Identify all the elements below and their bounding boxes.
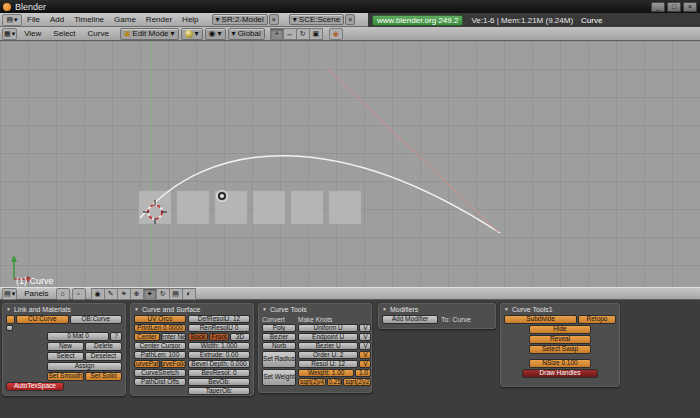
buttons-window-type-button[interactable]: ▤ ▾ xyxy=(2,288,17,300)
center-button[interactable]: Center xyxy=(134,333,160,341)
draw-type-dropdown[interactable]: ▾ xyxy=(181,28,203,40)
autotexspace-button[interactable]: AutoTexSpace xyxy=(6,382,64,391)
endpoint-u-button[interactable]: Endpoint U xyxy=(298,333,358,341)
collapse-triangle-icon[interactable]: ▼ xyxy=(262,306,267,312)
panel-header[interactable]: ▼ Curve Tools xyxy=(259,304,371,314)
convert-poly-button[interactable]: Poly xyxy=(262,324,296,332)
material-assign-button[interactable]: Assign xyxy=(47,362,122,371)
menu-help[interactable]: Help xyxy=(177,15,203,24)
center-new-button[interactable]: Center New xyxy=(161,333,187,341)
width-field[interactable]: Width: 1.000 xyxy=(188,342,250,350)
material-index-field[interactable]: 0 Mat 0 xyxy=(47,332,109,341)
bevresol-field[interactable]: BevResol: 0 xyxy=(188,369,250,377)
mode-dropdown[interactable]: ▣ Edit Mode ▾ xyxy=(120,28,179,40)
reveal-button[interactable]: Reveal xyxy=(529,335,591,344)
uniform-u-button[interactable]: Uniform U xyxy=(298,324,358,332)
panel-header[interactable]: ▼ Link and Materials xyxy=(3,304,125,314)
material-deselect-button[interactable]: Deselect xyxy=(85,352,122,361)
weight-025-button[interactable]: 0.25 xyxy=(327,378,342,386)
home-view-icon[interactable]: ⌂ xyxy=(56,288,70,300)
proportional-edit-icon[interactable]: ◉ xyxy=(329,28,343,40)
retopo-toggle[interactable]: Retopo xyxy=(578,315,616,324)
material-new-button[interactable]: New xyxy=(47,342,84,351)
material-select-button[interactable]: Select xyxy=(47,352,84,361)
menu-render[interactable]: Render xyxy=(141,15,177,24)
hide-button[interactable]: Hide xyxy=(529,325,591,334)
endpoint-v-button[interactable]: V xyxy=(359,333,371,341)
shading-context-icon[interactable]: ☀ xyxy=(117,288,131,300)
collapse-triangle-icon[interactable]: ▼ xyxy=(134,306,139,312)
convert-bezier-button[interactable]: Bezier xyxy=(262,333,296,341)
weight-field[interactable]: Weight: 1.00 xyxy=(298,369,354,377)
order-u-field[interactable]: Order U: 2 xyxy=(298,351,358,359)
logic-context-icon[interactable]: ◉ xyxy=(91,288,105,300)
orientation-dropdown[interactable]: ▾ Global xyxy=(228,28,265,40)
bezier-v-button[interactable]: V xyxy=(359,342,371,350)
weight-sqrt2-4-button[interactable]: sqrt(2)/4 xyxy=(298,378,326,386)
panel-header[interactable]: ▼ Modifiers xyxy=(379,304,495,314)
weight-1-button[interactable]: 1.0 xyxy=(355,369,371,377)
menu-game[interactable]: Game xyxy=(109,15,141,24)
uniform-v-button[interactable]: V xyxy=(359,324,371,332)
menu-timeline[interactable]: Timeline xyxy=(69,15,109,24)
menu-add[interactable]: Add xyxy=(45,15,69,24)
panel-header[interactable]: ▼ Curve Tools1 xyxy=(501,304,619,314)
defresolu-field[interactable]: DefResolU: 12 xyxy=(188,315,250,323)
front-toggle[interactable]: Front xyxy=(209,333,229,341)
menu-file[interactable]: File xyxy=(22,15,45,24)
menu-curve[interactable]: Curve xyxy=(83,29,114,38)
viewport-type-menu-button[interactable]: ▦ ▾ xyxy=(2,28,17,40)
pivot-dropdown[interactable]: ◉ ▾ xyxy=(205,28,226,40)
menu-select[interactable]: Select xyxy=(48,29,80,38)
hand-tool-icon[interactable]: + xyxy=(270,28,284,40)
object-datablock-field[interactable]: OB:Curve xyxy=(70,315,123,324)
subdivide-button[interactable]: Subdivide xyxy=(504,315,577,324)
menu-view[interactable]: View xyxy=(19,29,46,38)
resol-u-field[interactable]: Resol U: 12 xyxy=(298,360,358,368)
threed-toggle[interactable]: 3D xyxy=(230,333,250,341)
rotate-manipulator-icon[interactable]: ↻ xyxy=(296,28,310,40)
resol-v-field[interactable]: V xyxy=(359,360,371,368)
draw-handles-toggle[interactable]: Draw Handles xyxy=(522,369,598,378)
pathlen-field[interactable]: PathLen: 100 xyxy=(134,351,186,359)
curve-datablock-field[interactable]: CU:Curve xyxy=(16,315,69,324)
panels-menu[interactable]: Panels xyxy=(19,289,53,298)
order-v-field[interactable]: V xyxy=(359,351,371,359)
object-context-icon[interactable]: ⊕ xyxy=(130,288,144,300)
collapse-triangle-icon[interactable]: ▼ xyxy=(382,306,387,312)
physics-context-icon[interactable]: ↻ xyxy=(156,288,170,300)
center-cursor-button[interactable]: Center Cursor xyxy=(134,342,186,350)
datablock-browse-icon[interactable] xyxy=(6,315,15,324)
renresolu-field[interactable]: RenResolU 0 xyxy=(188,324,250,332)
minimize-button[interactable]: _ xyxy=(651,2,665,12)
zoom-icon[interactable]: ▫ xyxy=(72,288,86,300)
add-modifier-button[interactable]: Add Modifier xyxy=(382,315,438,324)
material-menu-button[interactable]: ? xyxy=(110,332,122,341)
curvestretch-toggle[interactable]: CurveStretch xyxy=(134,369,186,377)
close-button[interactable]: × xyxy=(683,2,697,12)
printlen-field[interactable]: PrintLen 0.0000 xyxy=(134,324,186,332)
set-smooth-button[interactable]: Set Smooth xyxy=(47,372,84,381)
bevob-field[interactable]: BevOb: xyxy=(188,378,250,386)
curvepath-toggle[interactable]: CurvePath xyxy=(134,360,160,368)
taperob-field[interactable]: TaperOb: xyxy=(188,387,250,395)
delete-scene-button[interactable]: × xyxy=(345,14,355,25)
delete-screen-button[interactable]: × xyxy=(269,14,279,25)
extrude-field[interactable]: Extrude: 0.00 xyxy=(188,351,250,359)
bevel-depth-field[interactable]: Bevel Depth: 0.000 xyxy=(188,360,250,368)
scene-selector[interactable]: ▾ SCE:Scene xyxy=(289,14,344,25)
nsize-field[interactable]: NSize 0.100 xyxy=(529,359,591,368)
material-delete-button[interactable]: Delete xyxy=(85,342,122,351)
curvefollow-toggle[interactable]: CurveFollow xyxy=(161,360,187,368)
set-radius-button[interactable]: Set Radius xyxy=(262,351,296,368)
bezier-u-button[interactable]: Bezier U xyxy=(298,342,358,350)
screen-selector[interactable]: ▾ SR:2-Model xyxy=(212,14,268,25)
script-context-icon[interactable]: ✎ xyxy=(104,288,118,300)
scale-manipulator-icon[interactable]: ▣ xyxy=(309,28,323,40)
collapse-triangle-icon[interactable]: ▼ xyxy=(6,306,11,312)
convert-nurb-button[interactable]: Nurb xyxy=(262,342,296,350)
editing-context-icon[interactable]: ✦ xyxy=(143,288,157,300)
weight-sqrt2-2-button[interactable]: sqrt(2)/2 xyxy=(343,378,371,386)
window-type-menu-button[interactable]: ▤ ▾ xyxy=(2,14,22,26)
back-toggle[interactable]: Back xyxy=(188,333,208,341)
